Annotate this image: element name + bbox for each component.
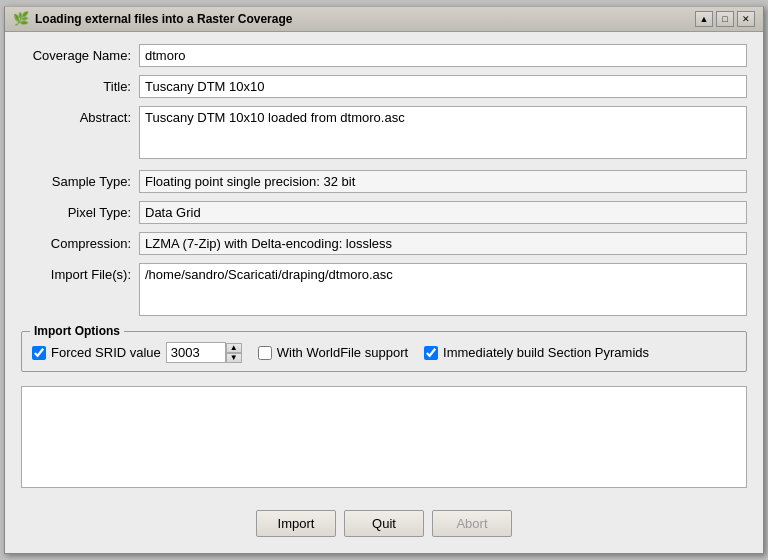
pixel-type-input <box>139 201 747 224</box>
button-row: Import Quit Abort <box>21 502 747 541</box>
worldfile-option: With WorldFile support <box>258 345 408 360</box>
window-controls: ▲ □ ✕ <box>695 11 755 27</box>
abstract-field <box>139 106 747 162</box>
srid-value-input[interactable] <box>166 342 226 363</box>
import-options-legend: Import Options <box>30 324 124 338</box>
compression-row: Compression: <box>21 232 747 255</box>
import-files-label: Import File(s): <box>21 263 131 282</box>
coverage-name-field <box>139 44 747 67</box>
sample-type-row: Sample Type: <box>21 170 747 193</box>
titlebar-left: 🌿 Loading external files into a Raster C… <box>13 11 292 27</box>
pixel-type-label: Pixel Type: <box>21 201 131 220</box>
titlebar-up-button[interactable]: ▲ <box>695 11 713 27</box>
coverage-name-label: Coverage Name: <box>21 44 131 63</box>
import-files-field <box>139 263 747 319</box>
pixel-type-row: Pixel Type: <box>21 201 747 224</box>
form-content: Coverage Name: Title: Abstract: Sample T… <box>5 32 763 553</box>
abstract-textarea[interactable] <box>139 106 747 159</box>
compression-label: Compression: <box>21 232 131 251</box>
title-input[interactable] <box>139 75 747 98</box>
options-row: Forced SRID value ▲ ▼ With WorldFile sup… <box>32 342 736 363</box>
titlebar-maximize-button[interactable]: □ <box>716 11 734 27</box>
pyramids-checkbox[interactable] <box>424 346 438 360</box>
sample-type-input <box>139 170 747 193</box>
srid-input-row: ▲ ▼ <box>166 342 242 363</box>
title-field <box>139 75 747 98</box>
sample-type-label: Sample Type: <box>21 170 131 189</box>
import-button[interactable]: Import <box>256 510 336 537</box>
compression-input <box>139 232 747 255</box>
quit-button[interactable]: Quit <box>344 510 424 537</box>
pyramids-option: Immediately build Section Pyramids <box>424 345 649 360</box>
main-window: 🌿 Loading external files into a Raster C… <box>4 6 764 554</box>
abstract-row: Abstract: <box>21 106 747 162</box>
titlebar: 🌿 Loading external files into a Raster C… <box>5 7 763 32</box>
abstract-label: Abstract: <box>21 106 131 125</box>
pixel-type-field <box>139 201 747 224</box>
worldfile-label[interactable]: With WorldFile support <box>277 345 408 360</box>
coverage-name-row: Coverage Name: <box>21 44 747 67</box>
compression-field <box>139 232 747 255</box>
coverage-name-input[interactable] <box>139 44 747 67</box>
pyramids-label[interactable]: Immediately build Section Pyramids <box>443 345 649 360</box>
import-files-row: Import File(s): <box>21 263 747 319</box>
worldfile-checkbox[interactable] <box>258 346 272 360</box>
srid-down-btn[interactable]: ▼ <box>226 353 242 363</box>
srid-spinner: ▲ ▼ <box>226 343 242 363</box>
title-row: Title: <box>21 75 747 98</box>
forced-srid-option: Forced SRID value ▲ ▼ <box>32 342 242 363</box>
sample-type-field <box>139 170 747 193</box>
title-label: Title: <box>21 75 131 94</box>
srid-up-btn[interactable]: ▲ <box>226 343 242 353</box>
window-title: Loading external files into a Raster Cov… <box>35 12 292 26</box>
abort-button[interactable]: Abort <box>432 510 512 537</box>
import-files-textarea[interactable] <box>139 263 747 316</box>
import-options-group: Import Options Forced SRID value ▲ ▼ <box>21 331 747 372</box>
app-icon: 🌿 <box>13 11 29 27</box>
forced-srid-checkbox[interactable] <box>32 346 46 360</box>
forced-srid-label[interactable]: Forced SRID value <box>51 345 161 360</box>
log-area <box>21 386 747 488</box>
titlebar-close-button[interactable]: ✕ <box>737 11 755 27</box>
